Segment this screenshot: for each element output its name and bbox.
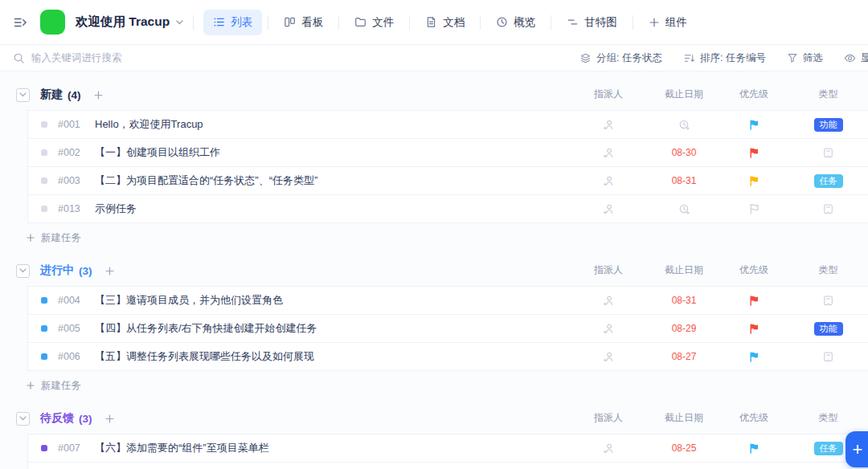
assignee-cell[interactable]: [568, 323, 649, 335]
column-headers: 指派人 截止日期 优先级 类型: [568, 88, 868, 101]
search-input[interactable]: 输入关键词进行搜索: [13, 51, 579, 65]
task-row[interactable]: #013 示例任务: [28, 195, 868, 223]
add-task-in-group-button[interactable]: [93, 90, 104, 100]
toolbar-controls: 分组: 任务状态排序: 任务编号筛选显示: [579, 51, 868, 65]
priority-flag-icon: [748, 442, 760, 455]
list-icon: [213, 16, 225, 28]
status-dot: [41, 177, 47, 184]
due-date-cell[interactable]: 08-31: [649, 175, 719, 186]
toolbar-eye-control[interactable]: 显示: [844, 51, 868, 65]
type-tag: 任务: [814, 442, 843, 455]
type-cell[interactable]: [788, 295, 868, 307]
divider: [268, 15, 268, 30]
priority-cell[interactable]: [719, 323, 788, 335]
task-row[interactable]: #005 【四】从任务列表/右下角快捷创建开始创建任务 08-29 功能: [28, 315, 868, 343]
task-row[interactable]: #002 【一】创建项目以组织工作 08-30: [28, 139, 868, 167]
type-cell[interactable]: 功能: [788, 322, 868, 336]
group-rows: #004 【三】邀请项目成员，并为他们设置角色 08-31 #005 【四】从任…: [27, 286, 868, 371]
type-cell[interactable]: [788, 351, 868, 363]
project-title[interactable]: 欢迎使用 Tracup: [76, 14, 170, 31]
task-id: #003: [58, 175, 95, 186]
tab-document[interactable]: 文档: [416, 10, 474, 35]
tab-gantt[interactable]: 甘特图: [557, 10, 627, 35]
assignee-cell[interactable]: [568, 147, 649, 159]
task-row[interactable]: #001 Hello，欢迎使用Tracup 功能: [28, 111, 868, 139]
new-task-button[interactable]: 新建任务: [26, 230, 868, 246]
type-cell[interactable]: 任务: [788, 174, 868, 188]
task-cells: 08-31: [568, 295, 868, 307]
assignee-icon: [603, 442, 615, 455]
type-cell[interactable]: [788, 203, 868, 215]
column-header-assignee: 指派人: [568, 411, 649, 425]
toolbar-sort-control[interactable]: 排序: 任务编号: [683, 51, 766, 65]
assignee-cell[interactable]: [568, 175, 649, 187]
group-header: 进行中 (3) 指派人 截止日期 优先级 类型: [16, 260, 868, 281]
add-task-in-group-button[interactable]: [104, 414, 115, 424]
task-row[interactable]: #006 【五】调整任务列表展现哪些任务以及如何展现 08-27: [28, 343, 868, 371]
due-date-cell[interactable]: [649, 119, 719, 131]
tab-plus[interactable]: 组件: [639, 10, 697, 35]
type-cell[interactable]: 功能: [788, 118, 868, 132]
assignee-cell[interactable]: [568, 351, 649, 363]
task-row[interactable]: #004 【三】邀请项目成员，并为他们设置角色 08-31: [28, 287, 868, 315]
task-row[interactable]: #003 【二】为项目配置适合的“任务状态”、“任务类型” 08-31 任务: [28, 167, 868, 195]
task-id: #002: [58, 147, 95, 158]
type-tag: 功能: [814, 322, 843, 336]
bookmark-icon: [822, 351, 834, 363]
assignee-cell[interactable]: [568, 203, 649, 215]
type-cell[interactable]: [788, 147, 868, 159]
tab-label: 组件: [665, 15, 687, 30]
priority-cell[interactable]: [719, 295, 788, 307]
priority-cell[interactable]: [719, 119, 788, 131]
group-rows: #001 Hello，欢迎使用Tracup 功能 #002 【一】创建项目以组织…: [27, 110, 868, 223]
priority-cell[interactable]: [719, 203, 788, 215]
due-clock-icon: [678, 119, 690, 131]
sidebar-expand-icon[interactable]: [13, 15, 27, 30]
due-date-cell[interactable]: 08-30: [649, 147, 719, 158]
status-dot: [41, 121, 47, 128]
due-date-cell[interactable]: [649, 203, 719, 215]
status-dot: [41, 297, 47, 304]
task-row[interactable]: #008 【七】工作台汇集了与你相关的所有任务 功能: [28, 463, 868, 469]
assignee-cell[interactable]: [568, 442, 649, 455]
project-logo[interactable]: [40, 10, 65, 35]
due-date-cell[interactable]: 08-29: [649, 323, 719, 334]
quick-create-task-button[interactable]: +: [845, 431, 868, 467]
assignee-cell[interactable]: [568, 119, 649, 131]
priority-cell[interactable]: [719, 147, 788, 159]
toolbar-funnel-control[interactable]: 筛选: [787, 51, 823, 65]
tab-list[interactable]: 列表: [203, 10, 262, 35]
tab-folder[interactable]: 文件: [345, 10, 403, 35]
due-date-cell[interactable]: 08-31: [649, 295, 719, 306]
assignee-icon: [603, 295, 615, 307]
task-title: 【五】调整任务列表展现哪些任务以及如何展现: [95, 349, 568, 364]
due-clock-icon: [678, 203, 690, 215]
search-placeholder: 输入关键词进行搜索: [31, 51, 122, 65]
collapse-group-icon[interactable]: [16, 412, 30, 426]
toolbar-layers-control[interactable]: 分组: 任务状态: [579, 51, 662, 65]
chevron-down-icon[interactable]: [176, 20, 183, 25]
column-header-priority: 优先级: [719, 88, 788, 101]
view-tabs: 列表看板文件文档概览甘特图组件: [203, 10, 697, 35]
group-count: (3): [79, 413, 92, 425]
priority-flag-icon: [748, 119, 760, 131]
top-bar: 欢迎使用 Tracup 列表看板文件文档概览甘特图组件: [0, 0, 868, 45]
add-task-in-group-button[interactable]: [104, 266, 115, 276]
collapse-group-icon[interactable]: [16, 88, 30, 102]
priority-flag-icon: [748, 351, 760, 363]
task-id: #004: [58, 295, 95, 306]
due-date-cell[interactable]: 08-25: [649, 442, 719, 454]
priority-cell[interactable]: [719, 442, 788, 455]
collapse-group-icon[interactable]: [16, 264, 30, 278]
priority-cell[interactable]: [719, 175, 788, 187]
new-task-label: 新建任务: [41, 231, 81, 245]
tab-kanban[interactable]: 看板: [274, 10, 333, 35]
priority-cell[interactable]: [719, 351, 788, 363]
group-header: 待反馈 (3) 指派人 截止日期 优先级 类型: [16, 408, 868, 429]
new-task-button[interactable]: 新建任务: [26, 377, 868, 394]
due-date-cell[interactable]: 08-27: [649, 351, 719, 362]
task-row[interactable]: #007 【六】添加需要的“组件”至项目菜单栏 08-25 任务: [28, 434, 868, 463]
due-date: 08-27: [672, 351, 697, 362]
tab-clock[interactable]: 概览: [486, 10, 545, 35]
assignee-cell[interactable]: [568, 295, 649, 307]
